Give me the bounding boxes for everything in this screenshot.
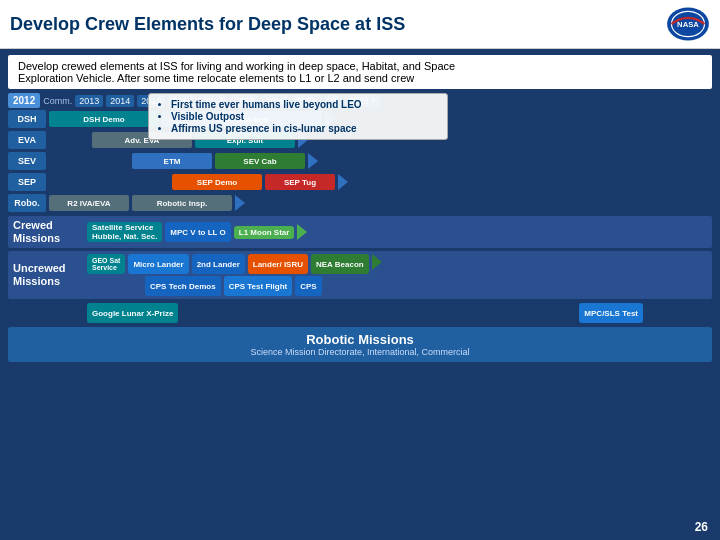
- tooltip-item-1: First time ever humans live beyond LEO: [171, 99, 439, 110]
- year-start: 2012: [8, 93, 40, 108]
- crewed-missions-label: CrewedMissions: [13, 219, 83, 245]
- sep-arrow: [338, 174, 348, 190]
- robo-arrow: [235, 195, 245, 211]
- geo-sat-item: GEO SatService: [87, 254, 125, 274]
- timeline-area: 2012 Comm. 2013 2014 2015 2016 2017 2018…: [8, 93, 712, 212]
- uncrewed-sub: GEO SatService Micro Lander 2nd Lander L…: [87, 254, 707, 296]
- l1-moon-star-badge: L1 Moon Star: [234, 226, 295, 239]
- page-title: Develop Crew Elements for Deep Space at …: [10, 14, 405, 35]
- second-lander-item: 2nd Lander: [192, 254, 245, 274]
- description-line1: Develop crewed elements at ISS for livin…: [18, 60, 455, 72]
- sep-content: SEP Demo SEP Tug: [49, 174, 637, 190]
- svg-text:NASA: NASA: [677, 20, 699, 29]
- trow-sev: SEV ETM SEV Cab: [8, 152, 637, 170]
- page: Develop Crew Elements for Deep Space at …: [0, 0, 720, 540]
- uncrewed-row2-spacer: [87, 276, 142, 296]
- robo-label: Robo.: [8, 194, 46, 212]
- crewed-arrow: [297, 224, 307, 240]
- robotic-missions-footer: Robotic Missions Science Mission Directo…: [8, 327, 712, 362]
- eva-label: EVA: [8, 131, 46, 149]
- sep-label: SEP: [8, 173, 46, 191]
- missions-section: CrewedMissions Satellite ServiceHubble, …: [8, 216, 712, 534]
- micro-lander-item: Micro Lander: [128, 254, 188, 274]
- bottom-misc-row: Google Lunar X-Prize MPC/SLS Test: [8, 302, 712, 324]
- description-box: Develop crewed elements at ISS for livin…: [8, 55, 712, 89]
- sev-label: SEV: [8, 152, 46, 170]
- mpc-sls-test-item: MPC/SLS Test: [579, 303, 643, 323]
- sev-arrow: [308, 153, 318, 169]
- uncrewed-missions-label: UncrewedMissions: [13, 262, 83, 288]
- mpc-llo-item: MPC V to LL O: [165, 222, 230, 242]
- year-2013: 2013: [75, 95, 103, 107]
- sev-content: ETM SEV Cab: [49, 153, 637, 169]
- r2-iva-eva-bar: R2 IVA/EVA: [49, 195, 129, 211]
- sev-cab-bar: SEV Cab: [215, 153, 305, 169]
- google-lunar-item: Google Lunar X-Prize: [87, 303, 178, 323]
- lander-isru-item: Lander/ ISRU: [248, 254, 308, 274]
- tooltip-box: First time ever humans live beyond LEO V…: [148, 93, 448, 140]
- cps-test-flight-item: CPS Test Flight: [224, 276, 293, 296]
- sep-demo-bar: SEP Demo: [172, 174, 262, 190]
- crewed-mission-items: Satellite ServiceHubble, Nat. Sec. MPC V…: [87, 222, 707, 242]
- dsh-demo-bar: DSH Demo: [49, 111, 159, 127]
- deep-space-label: ToDeepSpaceandBeyond: [716, 130, 720, 188]
- header: Develop Crew Elements for Deep Space at …: [0, 0, 720, 49]
- year-2014: 2014: [106, 95, 134, 107]
- trow-robo: Robo. R2 IVA/EVA Robotic Insp.: [8, 194, 637, 212]
- description-line2: Exploration Vehicle. After some time rel…: [18, 72, 414, 84]
- nasa-logo: NASA: [666, 6, 710, 42]
- robotic-missions-title: Robotic Missions: [13, 332, 707, 347]
- uncrewed-row2: CPS Tech Demos CPS Test Flight CPS: [87, 276, 707, 296]
- nea-beacon-item: NEA Beacon: [311, 254, 369, 274]
- cps-item: CPS: [295, 276, 321, 296]
- crewed-missions-row: CrewedMissions Satellite ServiceHubble, …: [8, 216, 712, 248]
- robo-content: R2 IVA/EVA Robotic Insp.: [49, 195, 637, 211]
- tooltip-list: First time ever humans live beyond LEO V…: [157, 99, 439, 134]
- tooltip-item-2: Visible Outpost: [171, 111, 439, 122]
- uncrewed-arrow: [372, 254, 382, 270]
- trow-sep: SEP SEP Demo SEP Tug: [8, 173, 637, 191]
- robotic-missions-subtitle: Science Mission Directorate, Internation…: [13, 347, 707, 357]
- page-number: 26: [691, 519, 712, 535]
- main-content: Develop crewed elements at ISS for livin…: [0, 49, 720, 540]
- sep-tug-bar: SEP Tug: [265, 174, 335, 190]
- robotic-insp-bar: Robotic Insp.: [132, 195, 232, 211]
- etm-bar: ETM: [132, 153, 212, 169]
- commit-label: Comm.: [43, 96, 72, 106]
- uncrewed-missions-row: UncrewedMissions GEO SatService Micro La…: [8, 251, 712, 299]
- satellite-service-item: Satellite ServiceHubble, Nat. Sec.: [87, 222, 162, 242]
- cps-tech-demos-item: CPS Tech Demos: [145, 276, 221, 296]
- uncrewed-row1: GEO SatService Micro Lander 2nd Lander L…: [87, 254, 707, 274]
- tooltip-item-3: Affirms US presence in cis-lunar space: [171, 123, 439, 134]
- dsh-label: DSH: [8, 110, 46, 128]
